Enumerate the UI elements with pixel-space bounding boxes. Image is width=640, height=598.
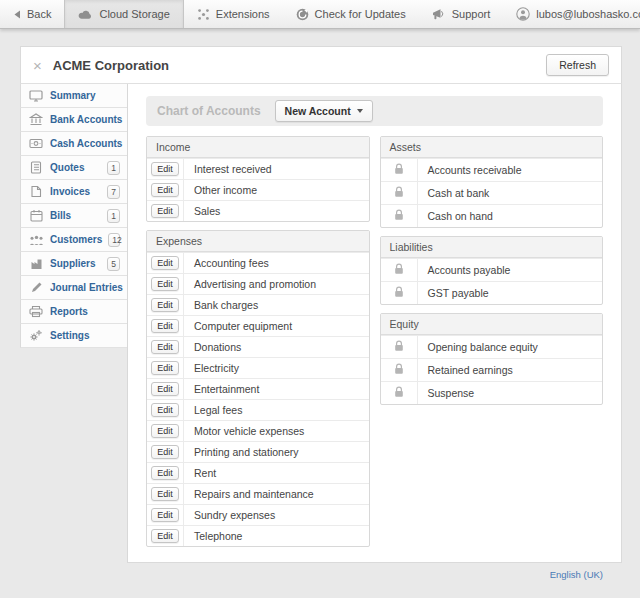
edit-button[interactable]: Edit: [151, 508, 179, 522]
edit-button[interactable]: Edit: [151, 204, 179, 218]
account-row-action: Edit: [147, 379, 184, 399]
account-row-action: Edit: [147, 295, 184, 315]
edit-button[interactable]: Edit: [151, 319, 179, 333]
topbar-item-cloud-storage[interactable]: Cloud Storage: [64, 0, 183, 28]
edit-button[interactable]: Edit: [151, 162, 179, 176]
topbar-item-support[interactable]: Support: [419, 0, 504, 28]
account-row: Suspense: [381, 381, 603, 404]
topbar-item-label: Check for Updates: [315, 8, 406, 20]
account-name: Repairs and maintenance: [184, 484, 324, 504]
account-row-action: Edit: [147, 358, 184, 378]
card-header: × ACME Corporation Refresh: [20, 46, 622, 84]
chart-of-accounts-toolbar: Chart of Accounts New Account: [146, 96, 603, 126]
account-name: Entertainment: [184, 379, 269, 399]
panel-title: Income: [147, 137, 369, 158]
account-row-action: [381, 205, 418, 227]
edit-button[interactable]: Edit: [151, 529, 179, 543]
account-name: Interest received: [184, 159, 282, 179]
sidebar-item-quotes[interactable]: Quotes1: [20, 156, 127, 180]
account-row-action: Edit: [147, 337, 184, 357]
edit-button[interactable]: Edit: [151, 361, 179, 375]
equity-panel: EquityOpening balance equityRetained ear…: [380, 313, 604, 405]
sidebar-item-customers[interactable]: Customers12: [20, 228, 127, 252]
account-name: Suspense: [418, 382, 485, 404]
lock-icon: [394, 184, 404, 202]
sidebar-item-label: Settings: [50, 330, 89, 341]
account-row: Cash at bank: [381, 181, 603, 204]
account-row: EditInterest received: [147, 158, 369, 179]
sidebar-item-invoices[interactable]: Invoices7: [20, 180, 127, 204]
account-row-action: [381, 359, 418, 381]
refresh-button[interactable]: Refresh: [546, 54, 609, 76]
count-badge: 7: [107, 185, 120, 199]
account-row: GST payable: [381, 281, 603, 304]
topbar-item-back[interactable]: Back: [0, 0, 64, 28]
edit-button[interactable]: Edit: [151, 277, 179, 291]
topbar-item-lubos-luboshasko-com[interactable]: lubos@luboshasko.com: [503, 0, 640, 28]
edit-button[interactable]: Edit: [151, 445, 179, 459]
close-icon[interactable]: ×: [33, 58, 42, 73]
account-row: Cash on hand: [381, 204, 603, 227]
new-account-label: New Account: [285, 105, 351, 117]
panel-title: Equity: [381, 314, 603, 335]
account-name: Telephone: [184, 526, 252, 546]
page-background: × ACME Corporation Refresh SummaryBank A…: [0, 29, 640, 580]
count-badge: 12: [108, 233, 120, 247]
account-name: Sundry expenses: [184, 505, 285, 525]
topbar-right-items: lubos@luboshasko.comLogout: [503, 0, 640, 28]
assets-panel: AssetsAccounts receivableCash at bankCas…: [380, 136, 604, 228]
card-body: SummaryBank Accounts2Cash Accounts2Quote…: [20, 84, 622, 563]
account-name: Other income: [184, 180, 267, 200]
account-row-action: Edit: [147, 253, 184, 273]
toolbar-title: Chart of Accounts: [157, 104, 261, 118]
topbar-item-check-for-updates[interactable]: Check for Updates: [283, 0, 419, 28]
sidebar-item-journal-entries[interactable]: Journal Entries1: [20, 276, 127, 300]
lock-icon: [394, 384, 404, 402]
sidebar-item-summary[interactable]: Summary: [20, 84, 127, 108]
account-row: EditRepairs and maintenance: [147, 483, 369, 504]
edit-button[interactable]: Edit: [151, 424, 179, 438]
sidebar-item-label: Journal Entries: [50, 282, 123, 293]
invoice-icon: [28, 185, 44, 198]
edit-button[interactable]: Edit: [151, 487, 179, 501]
language-link[interactable]: English (UK): [20, 563, 622, 580]
sidebar-item-label: Reports: [50, 306, 88, 317]
topbar-item-label: Back: [27, 8, 51, 20]
edit-button[interactable]: Edit: [151, 403, 179, 417]
edit-button[interactable]: Edit: [151, 340, 179, 354]
edit-button[interactable]: Edit: [151, 466, 179, 480]
account-row: Accounts payable: [381, 258, 603, 281]
sidebar-item-cash-accounts[interactable]: Cash Accounts2: [20, 132, 127, 156]
account-name: Bank charges: [184, 295, 268, 315]
sidebar-item-label: Bills: [50, 210, 71, 221]
sidebar-item-label: Customers: [50, 234, 102, 245]
left-column: IncomeEditInterest receivedEditOther inc…: [146, 136, 370, 555]
sidebar-item-bank-accounts[interactable]: Bank Accounts2: [20, 108, 127, 132]
page-title: ACME Corporation: [53, 58, 169, 73]
new-account-button[interactable]: New Account: [275, 100, 373, 122]
edit-button[interactable]: Edit: [151, 256, 179, 270]
account-name: Cash at bank: [418, 182, 500, 204]
edit-button[interactable]: Edit: [151, 183, 179, 197]
account-columns: IncomeEditInterest receivedEditOther inc…: [146, 136, 603, 555]
account-row: EditAdvertising and promotion: [147, 273, 369, 294]
update-icon: [296, 8, 309, 21]
topbar-item-extensions[interactable]: Extensions: [184, 0, 283, 28]
sidebar-item-settings[interactable]: Settings: [20, 324, 127, 348]
edit-button[interactable]: Edit: [151, 382, 179, 396]
people-icon: [28, 234, 44, 246]
account-name: Accounts receivable: [418, 159, 532, 181]
account-row-action: Edit: [147, 159, 184, 179]
account-name: Advertising and promotion: [184, 274, 326, 294]
account-row: EditTelephone: [147, 525, 369, 546]
main-content: Chart of Accounts New Account IncomeEdit…: [127, 84, 622, 563]
sidebar-item-reports[interactable]: Reports: [20, 300, 127, 324]
lock-icon: [394, 261, 404, 279]
account-row: Accounts receivable: [381, 158, 603, 181]
sidebar-item-bills[interactable]: Bills1: [20, 204, 127, 228]
account-row-action: Edit: [147, 526, 184, 546]
edit-button[interactable]: Edit: [151, 298, 179, 312]
account-row: EditOther income: [147, 179, 369, 200]
monitor-icon: [28, 90, 44, 102]
sidebar-item-suppliers[interactable]: Suppliers5: [20, 252, 127, 276]
